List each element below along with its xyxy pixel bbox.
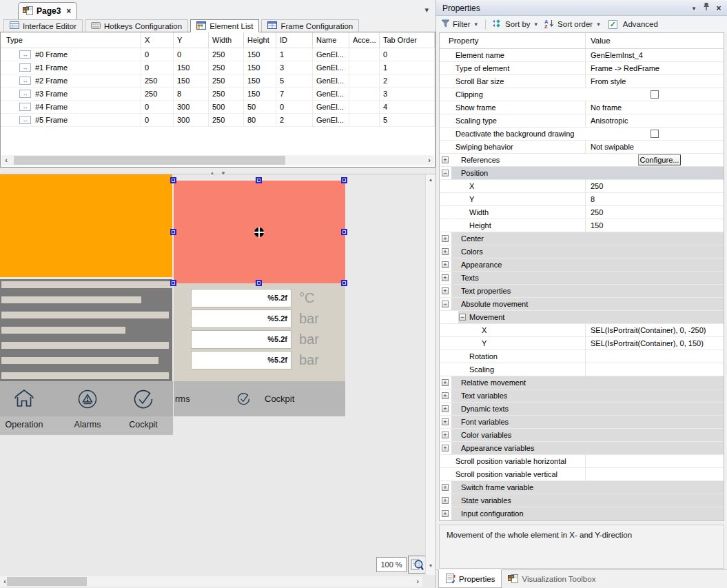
selection-handle-se[interactable] bbox=[341, 280, 347, 286]
property-row[interactable]: + Input configuration bbox=[440, 507, 724, 520]
property-row[interactable]: Show frame No frame bbox=[440, 101, 724, 114]
property-row[interactable]: − Position bbox=[440, 167, 724, 180]
property-row[interactable]: + References Configure... bbox=[440, 154, 724, 167]
property-row[interactable]: + Relative movement bbox=[440, 376, 724, 389]
subtab-hotkeys-configuration[interactable]: Hotkeys Configuration bbox=[85, 19, 188, 32]
property-row[interactable]: − Absolute movement bbox=[440, 298, 724, 311]
zoom-level-indicator[interactable]: 100 % bbox=[376, 557, 407, 572]
expander-icon[interactable]: + bbox=[442, 235, 449, 242]
column-header-value[interactable]: Value bbox=[585, 33, 724, 48]
expander-icon[interactable]: − bbox=[459, 314, 466, 321]
property-row[interactable]: Scaling bbox=[440, 363, 724, 376]
nav-label-cockpit[interactable]: Cockpit bbox=[265, 381, 294, 416]
subtab-interface-editor[interactable]: Interface Editor bbox=[3, 19, 83, 32]
property-value[interactable]: SEL(IsPortrait(Container), 0, -250) bbox=[585, 324, 724, 336]
nav-item-operation[interactable]: Operation bbox=[3, 381, 45, 435]
expander-icon[interactable]: + bbox=[442, 445, 449, 452]
property-value[interactable]: SEL(IsPortrait(Container), 0, 150) bbox=[585, 337, 724, 349]
filter-icon[interactable] bbox=[441, 19, 450, 29]
property-row[interactable]: Y 8 bbox=[440, 193, 724, 206]
property-row[interactable]: + Color variables bbox=[440, 429, 724, 442]
column-header[interactable]: Y bbox=[174, 32, 209, 48]
table-row[interactable]: ↔#0 Frame 0 0 250 150 1 GenEl... 0 bbox=[1, 48, 435, 61]
subtab-element-list[interactable]: Element List bbox=[190, 19, 259, 32]
property-value[interactable]: Not swipable bbox=[585, 141, 724, 153]
table-row[interactable]: ↔#2 Frame 250 150 250 150 5 GenEl... 2 bbox=[1, 74, 435, 88]
property-row[interactable]: X 250 bbox=[440, 180, 724, 193]
canvas-vertical-scrollbar[interactable]: ▴ ▾ bbox=[425, 174, 436, 575]
table-row[interactable]: ↔#3 Frame 250 8 250 150 7 GenEl... 3 bbox=[1, 88, 435, 101]
rotation-center-crosshair-icon[interactable] bbox=[254, 227, 265, 239]
property-value[interactable] bbox=[585, 350, 724, 363]
property-value[interactable]: Anisotropic bbox=[585, 114, 724, 127]
filter-button[interactable]: Filter bbox=[453, 20, 471, 28]
expander-icon[interactable]: + bbox=[442, 156, 449, 163]
property-checkbox[interactable] bbox=[651, 130, 659, 138]
canvas-value-field[interactable]: %5.2f bar bbox=[191, 310, 329, 328]
canvas-value-field[interactable]: %5.2f bar bbox=[191, 330, 329, 349]
property-row[interactable]: − Movement bbox=[440, 311, 724, 324]
expander-icon[interactable]: − bbox=[442, 170, 449, 176]
property-row[interactable]: Swiping behavior Not swipable bbox=[440, 141, 724, 154]
property-value[interactable]: From style bbox=[585, 75, 724, 88]
pin-icon[interactable] bbox=[700, 1, 713, 16]
sort-by-button[interactable]: Sort by bbox=[505, 20, 530, 28]
property-row[interactable]: Rotation bbox=[440, 350, 724, 363]
configure-button[interactable]: Configure... bbox=[638, 154, 681, 165]
property-row[interactable]: + Center bbox=[440, 232, 724, 245]
tab-visualization-toolbox[interactable]: Visualization Toolbox bbox=[502, 570, 602, 588]
chevron-down-icon[interactable]: ▾ bbox=[597, 21, 600, 28]
sort-order-button[interactable]: Sort order bbox=[557, 20, 593, 28]
expander-icon[interactable]: + bbox=[442, 392, 449, 399]
expander-icon[interactable]: + bbox=[442, 287, 449, 294]
tab-close-icon[interactable]: × bbox=[66, 6, 71, 16]
property-row[interactable]: + Text variables bbox=[440, 389, 724, 403]
property-row[interactable]: + Switch frame variable bbox=[440, 481, 724, 494]
property-value[interactable]: 250 bbox=[585, 206, 724, 219]
table-row[interactable]: ↔#4 Frame 0 300 500 50 0 GenEl... 4 bbox=[1, 101, 435, 114]
table-horizontal-scrollbar[interactable]: ‹ › bbox=[1, 155, 434, 165]
format-text-input[interactable]: %5.2f bbox=[191, 289, 291, 307]
selection-handle-n[interactable] bbox=[256, 177, 262, 183]
tab-page3[interactable]: Page3 × bbox=[18, 2, 77, 19]
format-text-input[interactable]: %5.2f bbox=[191, 310, 291, 328]
property-row[interactable]: Height 150 bbox=[440, 219, 724, 232]
property-value[interactable]: No frame bbox=[585, 101, 724, 114]
expander-icon[interactable]: + bbox=[442, 274, 449, 281]
property-checkbox[interactable] bbox=[651, 90, 659, 99]
property-row[interactable]: Type of element Frame -> RedFrame bbox=[440, 62, 724, 75]
close-icon[interactable]: × bbox=[713, 1, 725, 16]
property-row[interactable]: Deactivate the background drawing bbox=[440, 128, 724, 141]
advanced-checkbox[interactable]: ✓ bbox=[608, 20, 617, 29]
selection-handle-ne[interactable] bbox=[341, 177, 347, 183]
expander-icon[interactable]: − bbox=[442, 301, 449, 307]
sort-order-icon[interactable]: AZ bbox=[544, 19, 555, 30]
expander-icon[interactable]: + bbox=[442, 261, 449, 268]
property-row[interactable]: Y SEL(IsPortrait(Container), 0, 150) bbox=[440, 337, 724, 350]
column-header-property[interactable]: Property bbox=[440, 33, 585, 48]
property-value[interactable] bbox=[585, 363, 724, 376]
table-row[interactable]: ↔#5 Frame 0 300 250 80 2 GenEl... 5 bbox=[1, 114, 435, 127]
property-row[interactable]: + State variables bbox=[440, 494, 724, 507]
expander-icon[interactable]: + bbox=[442, 405, 449, 412]
property-value[interactable] bbox=[585, 468, 724, 480]
property-value[interactable]: GenElemInst_4 bbox=[585, 49, 724, 61]
selection-handle-sw[interactable] bbox=[170, 280, 176, 286]
pane-splitter[interactable]: ▲▼ bbox=[0, 168, 436, 174]
expander-icon[interactable]: + bbox=[442, 510, 449, 517]
column-header[interactable]: ID bbox=[276, 32, 313, 48]
subtab-frame-configuration[interactable]: Frame Configuration bbox=[261, 19, 359, 32]
property-value[interactable]: Frame -> RedFrame bbox=[585, 62, 724, 74]
format-text-input[interactable]: %5.2f bbox=[191, 351, 291, 369]
column-header[interactable]: Name bbox=[313, 32, 349, 48]
property-row[interactable]: Width 250 bbox=[440, 206, 724, 219]
orange-frame-element[interactable] bbox=[0, 174, 172, 277]
expander-icon[interactable]: + bbox=[442, 248, 449, 255]
property-row[interactable]: Scroll Bar size From style bbox=[440, 75, 724, 88]
chevron-down-icon[interactable]: ▾ bbox=[475, 21, 478, 28]
expander-icon[interactable]: + bbox=[442, 497, 449, 504]
property-row[interactable]: Scroll position variable vertical bbox=[440, 468, 724, 481]
canvas-horizontal-scrollbar[interactable]: ‹ › bbox=[0, 576, 422, 587]
chevron-down-icon[interactable]: ▾ bbox=[535, 21, 538, 28]
selection-handle-w[interactable] bbox=[170, 229, 176, 235]
